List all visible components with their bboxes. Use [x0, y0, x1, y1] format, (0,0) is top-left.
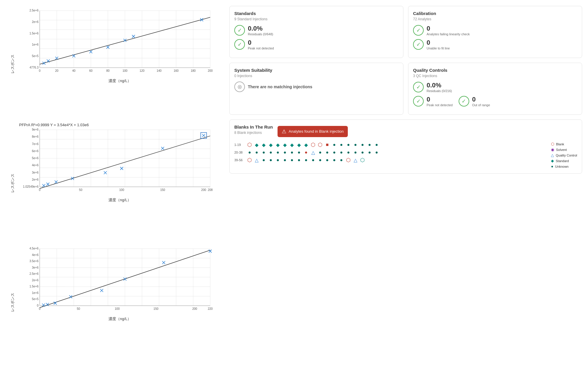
standards-subtitle: 9 Standard Injections: [234, 17, 398, 21]
dot-r1-17: ●: [367, 149, 372, 155]
dot-r1-1: ●: [254, 149, 260, 155]
suitability-nomatch: ⊗ There are no matching injections: [234, 81, 398, 92]
dot-r2-5: ●: [282, 157, 288, 163]
chart2-xlabel: 濃度（ng/L）: [19, 197, 220, 203]
dot-r0-13: ●: [338, 142, 344, 148]
injection-row-0: 1-19⬡◆◆◆◆◆◆◆◆⬡⬡■●●●●●●●: [234, 142, 380, 148]
dot-r1-9: △: [310, 149, 316, 155]
qc-label3: Out of range: [472, 103, 490, 107]
dot-r0-10: ⬡: [317, 142, 323, 148]
standards-check1: ✓: [234, 25, 245, 36]
qc-stat1: ✓ 0.0% Residuals (0/216): [413, 81, 577, 93]
dot-r1-7: ●: [296, 149, 302, 155]
qc-value1: 0.0%: [427, 81, 452, 89]
chart3-xlabel: 濃度（ng/L）: [19, 316, 220, 322]
dot-r1-13: ●: [338, 149, 344, 155]
chart3-container: レスポンス 濃度（ng/L）: [3, 244, 220, 360]
calibration-check2: ✓: [413, 39, 424, 50]
blanks-body: 1-19⬡◆◆◆◆◆◆◆◆⬡⬡■●●●●●●●20-38●●●●●●●●●△●●…: [234, 142, 577, 169]
standards-label2: Peak not detected: [248, 46, 274, 50]
dot-r2-3: ●: [268, 157, 274, 163]
suitability-title: System Suitability: [234, 68, 398, 73]
legend-unknown-label: Unknown: [555, 165, 569, 168]
dot-r0-3: ◆: [268, 142, 274, 148]
qc-value3: 0: [472, 96, 490, 103]
calibration-stat2: ✓ 0 Unable to fit line: [413, 39, 577, 50]
dot-r2-14: ⬡: [345, 157, 351, 163]
dot-r1-6: ●: [289, 149, 295, 155]
qc-check2: ✓: [413, 96, 424, 107]
calibration-stat1: ✓ 0 Analytes failing linearity check: [413, 25, 577, 36]
dot-r2-6: ●: [289, 157, 295, 163]
dot-r1-5: ●: [282, 149, 288, 155]
qc-check3: ✓: [459, 96, 469, 107]
standards-card: Standards 9 Standard Injections ✓ 0.0% R…: [229, 6, 403, 58]
row-label-1: 20-38: [234, 151, 245, 154]
dot-r0-1: ◆: [254, 142, 260, 148]
dot-r0-2: ◆: [261, 142, 267, 148]
dot-r0-7: ◆: [296, 142, 302, 148]
dot-r0-16: ●: [360, 142, 365, 148]
calibration-value1: 0: [427, 25, 470, 32]
quality-controls-card: Quality Controls 3 QC Injections ✓ 0.0% …: [408, 63, 582, 115]
dot-r1-3: ●: [268, 149, 274, 155]
dot-r2-13: ●: [338, 157, 344, 163]
dot-r0-5: ◆: [282, 142, 288, 148]
legend-blank: ⬡ Blank: [551, 142, 577, 146]
qc-check1: ✓: [413, 82, 424, 92]
blanks-legend: ⬡ Blank ◉ Solvent △ Quality Control ◆ St…: [546, 142, 577, 169]
legend-blank-label: Blank: [556, 142, 564, 146]
qc-stat3: ✓ 0 Out of range: [459, 96, 490, 107]
mid-card-row: System Suitability 0 Injections ⊗ There …: [229, 63, 582, 115]
calibration-check1: ✓: [413, 25, 424, 36]
dot-r2-12: ●: [331, 157, 337, 163]
no-match-icon: ⊗: [234, 81, 245, 92]
dot-r1-16: ●: [360, 149, 365, 155]
chart2-canvas: [19, 125, 219, 196]
dot-r1-8: ●: [303, 149, 309, 155]
dot-r2-7: ●: [296, 157, 302, 163]
dot-r2-16: ⬡: [360, 157, 365, 163]
qc-label2: Peak not detected: [427, 103, 453, 107]
calibration-card: Calibration 72 Analytes ✓ 0 Analytes fai…: [408, 6, 582, 58]
dot-r0-0: ⬡: [247, 142, 253, 148]
legend-standard: ◆ Standard: [551, 159, 577, 163]
qc-subtitle: 3 QC Injections: [413, 74, 577, 78]
suitability-nomatch-text: There are no matching injections: [248, 84, 312, 89]
left-panel: レスポンス 濃度（ng/L） PFPrA R²=0.9999 Y = 3.54e…: [0, 0, 223, 366]
blanks-title: Blanks In The Run: [234, 124, 273, 129]
dot-r2-15: △: [353, 157, 358, 163]
chart1-container: レスポンス 濃度（ng/L） PFPrA R²=0.9999 Y = 3.54e…: [3, 6, 220, 122]
injection-row-1: 20-38●●●●●●●●●△●●●●●●●●●: [234, 149, 380, 155]
dot-r2-9: ●: [310, 157, 316, 163]
qc-stat2: ✓ 0 Peak not detected: [413, 96, 453, 107]
row-label-0: 1-19: [234, 143, 245, 147]
calibration-subtitle: 72 Analytes: [413, 17, 577, 21]
dot-r2-1: △: [254, 157, 260, 163]
dot-r2-4: ●: [275, 157, 281, 163]
standards-check2: ✓: [234, 39, 245, 50]
standards-title: Standards: [234, 11, 398, 16]
dot-r1-12: ●: [331, 149, 337, 155]
blanks-header: Blanks In The Run 8 Blank injections ⚠ A…: [234, 124, 577, 138]
blanks-subtitle: 8 Blank injections: [234, 131, 273, 135]
qc-label1: Residuals (0/216): [427, 89, 452, 93]
dot-r0-11: ■: [324, 142, 330, 148]
blanks-alert: ⚠ Analytes found in Blank injection: [278, 126, 348, 137]
calibration-title: Calibration: [413, 11, 577, 16]
dot-r0-6: ◆: [289, 142, 295, 148]
dot-r0-9: ⬡: [310, 142, 316, 148]
legend-unknown: ● Unknown: [551, 164, 577, 169]
dot-r1-14: ●: [345, 149, 351, 155]
dot-r2-2: ●: [261, 157, 267, 163]
right-panel: Standards 9 Standard Injections ✓ 0.0% R…: [223, 0, 588, 366]
qc-title: Quality Controls: [413, 68, 577, 73]
system-suitability-card: System Suitability 0 Injections ⊗ There …: [229, 63, 403, 115]
suitability-subtitle: 0 Injections: [234, 74, 398, 78]
dot-r0-8: ◆: [303, 142, 309, 148]
chart2-ylabel: レスポンス: [10, 174, 15, 193]
legend-qc-label: Quality Control: [556, 154, 577, 157]
dot-r1-0: ●: [247, 149, 253, 155]
dot-r0-12: ●: [331, 142, 337, 148]
blanks-card: Blanks In The Run 8 Blank injections ⚠ A…: [229, 119, 582, 174]
